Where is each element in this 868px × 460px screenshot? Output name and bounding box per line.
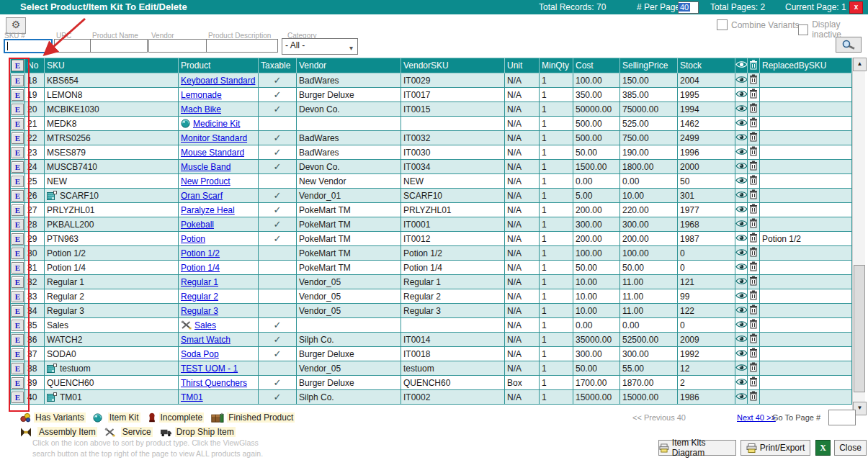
column-header-vendorsku[interactable]: VendorSKU xyxy=(401,58,505,73)
edit-icon[interactable]: E xyxy=(12,219,24,230)
edit-icon[interactable]: E xyxy=(12,176,24,187)
column-header-no[interactable]: No xyxy=(25,58,45,73)
legend-item-assembly-item[interactable]: Assembly Item xyxy=(20,427,97,437)
column-header-minqty[interactable]: MinQty xyxy=(540,58,573,73)
delete-row-cell[interactable] xyxy=(748,275,760,289)
per-page-input[interactable]: 40 xyxy=(678,1,699,14)
view-row-cell[interactable] xyxy=(735,88,748,102)
product-link[interactable]: Paralyze Heal xyxy=(181,205,235,215)
legend-item-service[interactable]: Service xyxy=(104,427,153,437)
upc-search-input[interactable] xyxy=(54,39,91,53)
legend-item-incomplete[interactable]: Incomplete xyxy=(148,412,205,423)
product-link[interactable]: Mach Bike xyxy=(181,104,221,114)
delete-row-cell[interactable] xyxy=(748,174,760,189)
view-row-cell[interactable] xyxy=(735,203,748,217)
edit-icon[interactable]: E xyxy=(12,262,24,274)
product-link[interactable]: TEST UOM - 1 xyxy=(181,364,238,374)
edit-row-cell[interactable]: E xyxy=(11,289,25,304)
edit-row-cell[interactable]: E xyxy=(11,246,25,261)
view-row-cell[interactable] xyxy=(735,246,748,261)
edit-row-cell[interactable]: E xyxy=(11,102,25,117)
next-page-link[interactable]: Next 40 >> xyxy=(737,413,776,422)
product-link[interactable]: Soda Pop xyxy=(181,349,219,359)
view-row-cell[interactable] xyxy=(735,232,748,246)
product-link[interactable]: Keyboard Standard xyxy=(181,76,255,86)
edit-icon[interactable]: E xyxy=(12,118,24,130)
view-row-cell[interactable] xyxy=(735,275,748,289)
edit-icon[interactable]: E xyxy=(12,190,24,202)
edit-icon[interactable]: E xyxy=(12,233,24,245)
edit-icon[interactable]: E xyxy=(12,334,24,346)
edit-icon[interactable]: E xyxy=(12,392,24,403)
delete-row-cell[interactable] xyxy=(748,102,760,117)
category-select[interactable]: - All - ▾ xyxy=(282,38,358,55)
view-row-cell[interactable] xyxy=(735,361,748,376)
delete-row-cell[interactable] xyxy=(748,376,760,390)
view-row-cell[interactable] xyxy=(735,304,748,318)
edit-row-cell[interactable]: E xyxy=(11,318,25,333)
view-row-cell[interactable] xyxy=(735,102,748,117)
delete-row-cell[interactable] xyxy=(748,73,760,88)
edit-row-cell[interactable]: E xyxy=(11,117,25,131)
scroll-up-button[interactable]: ▲ xyxy=(853,58,867,71)
edit-row-cell[interactable]: E xyxy=(11,189,25,203)
edit-icon[interactable]: E xyxy=(12,104,24,115)
column-header-edit[interactable]: E xyxy=(11,58,25,73)
product-link[interactable]: Oran Scarf xyxy=(181,191,223,201)
view-row-cell[interactable] xyxy=(735,160,748,174)
view-row-cell[interactable] xyxy=(735,145,748,160)
column-header-replacedbysku[interactable]: ReplacedBySKU xyxy=(760,58,852,73)
product-link[interactable]: Sales xyxy=(194,320,216,330)
delete-row-cell[interactable] xyxy=(748,318,760,333)
vendor-search-input[interactable] xyxy=(148,39,207,53)
column-header-delete[interactable] xyxy=(748,58,760,73)
edit-row-cell[interactable]: E xyxy=(11,275,25,289)
edit-icon[interactable]: E xyxy=(12,320,24,331)
view-row-cell[interactable] xyxy=(735,318,748,333)
edit-icon[interactable]: E xyxy=(12,377,24,389)
edit-row-cell[interactable]: E xyxy=(11,88,25,102)
edit-icon[interactable]: E xyxy=(12,161,24,173)
edit-row-cell[interactable]: E xyxy=(11,217,25,232)
delete-row-cell[interactable] xyxy=(748,261,760,275)
delete-row-cell[interactable] xyxy=(748,361,760,376)
edit-row-cell[interactable]: E xyxy=(11,131,25,145)
product-description-search-input[interactable] xyxy=(206,39,278,53)
product-link[interactable]: Monitor Standard xyxy=(181,133,247,143)
viewglass-search-button[interactable] xyxy=(836,37,862,53)
legend-item-has-variants[interactable]: Has Variants xyxy=(20,412,86,423)
combine-variants-checkbox[interactable]: Combine Variants xyxy=(717,19,800,30)
view-row-cell[interactable] xyxy=(735,289,748,304)
delete-row-cell[interactable] xyxy=(748,232,760,246)
view-row-cell[interactable] xyxy=(735,261,748,275)
edit-row-cell[interactable]: E xyxy=(11,73,25,88)
product-link[interactable]: Regular 1 xyxy=(181,277,218,287)
column-header-stock[interactable]: Stock xyxy=(678,58,735,73)
delete-row-cell[interactable] xyxy=(748,390,760,405)
edit-icon[interactable]: E xyxy=(12,305,24,317)
view-row-cell[interactable] xyxy=(735,347,748,361)
delete-row-cell[interactable] xyxy=(748,333,760,347)
view-row-cell[interactable] xyxy=(735,390,748,405)
delete-row-cell[interactable] xyxy=(748,189,760,203)
close-button[interactable]: Close xyxy=(834,440,867,456)
edit-row-cell[interactable]: E xyxy=(11,145,25,160)
product-link[interactable]: TM01 xyxy=(181,392,203,402)
delete-row-cell[interactable] xyxy=(748,289,760,304)
product-link[interactable]: Medicine Kit xyxy=(193,119,240,129)
edit-icon[interactable]: E xyxy=(12,248,24,259)
edit-icon[interactable]: E xyxy=(12,363,24,374)
column-header-view[interactable] xyxy=(735,58,748,73)
edit-icon[interactable]: E xyxy=(12,291,24,302)
edit-icon[interactable]: E xyxy=(12,89,24,101)
column-header-sku[interactable]: SKU xyxy=(45,58,179,73)
edit-row-cell[interactable]: E xyxy=(11,361,25,376)
delete-row-cell[interactable] xyxy=(748,117,760,131)
view-row-cell[interactable] xyxy=(735,217,748,232)
edit-icon[interactable]: E xyxy=(12,276,24,288)
delete-row-cell[interactable] xyxy=(748,160,760,174)
edit-row-cell[interactable]: E xyxy=(11,261,25,275)
edit-icon[interactable]: E xyxy=(12,75,24,86)
product-link[interactable]: Potion xyxy=(181,234,205,244)
delete-row-cell[interactable] xyxy=(748,304,760,318)
